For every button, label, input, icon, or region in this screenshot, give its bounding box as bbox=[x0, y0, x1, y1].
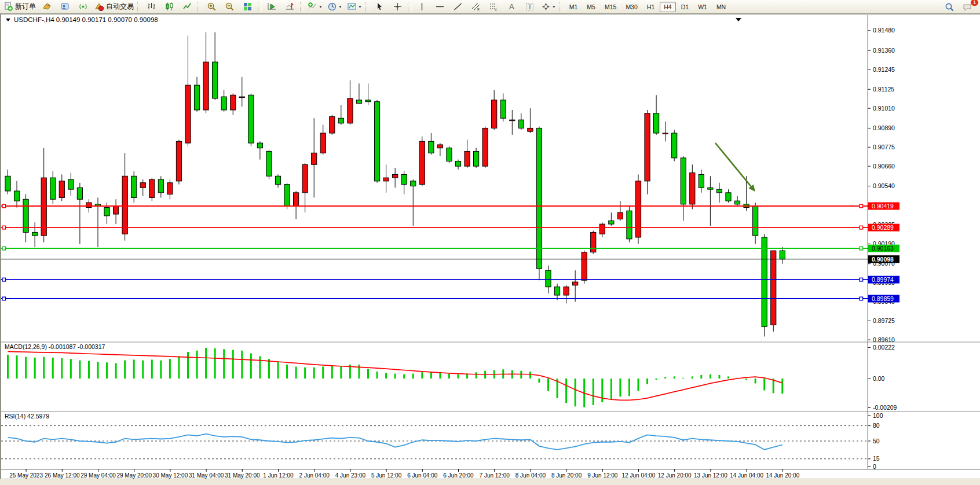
svg-text:F: F bbox=[495, 8, 498, 12]
macd-axis-label: -0.00209 bbox=[873, 404, 897, 411]
time-tick-label: 14 Jun 04:00 bbox=[730, 472, 763, 479]
crosshair-icon bbox=[393, 2, 403, 12]
line-handle-left[interactable] bbox=[2, 226, 6, 229]
trendline-tool[interactable] bbox=[449, 1, 466, 13]
candle bbox=[591, 231, 596, 254]
timeframe-toolbar: M1M5M15M30H1H4D1W1MN bbox=[565, 1, 730, 13]
time-tick-label: 2 Jun 04:00 bbox=[299, 472, 330, 479]
price-tick-label: 0.91010 bbox=[873, 105, 895, 112]
candle bbox=[771, 251, 776, 332]
gold-chart-button[interactable] bbox=[39, 1, 56, 13]
new-order-button[interactable]: 新订单 bbox=[2, 1, 38, 13]
time-tick-label: 25 May 2023 bbox=[9, 472, 43, 479]
price-tick-label: 0.91360 bbox=[873, 47, 895, 54]
auto-trading-button[interactable]: 自动交易 bbox=[93, 1, 136, 13]
hline-icon bbox=[435, 2, 445, 12]
candlestick-chart-button[interactable] bbox=[161, 1, 178, 13]
svg-text:0.89974: 0.89974 bbox=[872, 276, 894, 283]
time-tick-label: 9 Jun 12:00 bbox=[587, 472, 618, 479]
candle bbox=[582, 251, 587, 284]
bar-chart-button[interactable] bbox=[143, 1, 160, 13]
cursor-tool-button[interactable] bbox=[371, 1, 388, 13]
candle bbox=[419, 137, 425, 186]
price-tick-label: 0.91125 bbox=[873, 86, 894, 93]
channel-icon: E bbox=[471, 2, 481, 12]
arrows-tool[interactable]: ▼ bbox=[539, 1, 558, 13]
indicators-button[interactable]: ▼ bbox=[306, 1, 324, 13]
line-handle-right[interactable] bbox=[860, 247, 863, 250]
equidistant-channel-tool[interactable]: E bbox=[467, 1, 484, 13]
timeframe-h4[interactable]: H4 bbox=[660, 2, 675, 12]
periods-button[interactable]: ▼ bbox=[326, 1, 344, 13]
line-handle-left[interactable] bbox=[2, 204, 6, 208]
toolbar-separator bbox=[137, 2, 141, 12]
vertical-line-tool[interactable] bbox=[414, 1, 430, 13]
new-order-icon bbox=[3, 2, 13, 12]
timeframe-m5[interactable]: M5 bbox=[583, 2, 599, 12]
price-tick-label: 0.90775 bbox=[873, 144, 895, 150]
fibo-icon: F bbox=[489, 2, 499, 12]
bid-price-line-tag: 0.90098 bbox=[868, 255, 899, 263]
svg-text:T: T bbox=[528, 3, 532, 10]
chart-canvas[interactable]: 0.914800.913600.912450.911250.910100.908… bbox=[1, 14, 980, 485]
rsi-axis-label: 50 bbox=[873, 438, 880, 444]
price-tick-label: 0.89610 bbox=[873, 336, 895, 343]
templates-button[interactable]: ▼ bbox=[345, 1, 364, 13]
price-tick-label: 0.90540 bbox=[873, 182, 895, 189]
time-tick-label: 31 May 20:00 bbox=[225, 472, 260, 479]
search-button[interactable] bbox=[941, 1, 958, 13]
line-handle-right[interactable] bbox=[860, 297, 863, 300]
timeframe-h1[interactable]: H1 bbox=[643, 2, 659, 12]
new-order-button-label: 新订单 bbox=[15, 2, 36, 12]
svg-text:0.90098: 0.90098 bbox=[872, 256, 894, 263]
notifications-button[interactable]: 1 bbox=[959, 1, 976, 13]
fibonacci-tool[interactable]: F bbox=[485, 1, 502, 13]
price-tick-label: 0.90660 bbox=[873, 163, 895, 170]
zoom-out-button[interactable] bbox=[221, 1, 238, 13]
price-tick-label: 0.89725 bbox=[873, 317, 895, 324]
line-handle-left[interactable] bbox=[2, 297, 6, 300]
signals-button[interactable] bbox=[75, 1, 92, 13]
line-handle-right[interactable] bbox=[860, 278, 863, 281]
chart-window: 0.914800.913600.912450.911250.910100.908… bbox=[0, 14, 980, 485]
candle bbox=[447, 146, 452, 163]
line-handle-right[interactable] bbox=[860, 226, 863, 229]
time-tick-label: 14 Jun 20:00 bbox=[766, 472, 799, 479]
timeframe-m1[interactable]: M1 bbox=[565, 2, 582, 12]
crosshair-tool-button[interactable] bbox=[389, 1, 406, 13]
text-label-tool[interactable]: T bbox=[521, 1, 538, 13]
line-chart-button[interactable] bbox=[179, 1, 196, 13]
time-tick-label: 6 Jun 20:00 bbox=[443, 472, 474, 479]
autoscroll-icon bbox=[267, 2, 277, 12]
candle bbox=[635, 174, 641, 244]
zoomin-icon bbox=[207, 2, 217, 12]
auto-scroll-button[interactable] bbox=[264, 1, 280, 13]
zoom-in-button[interactable] bbox=[203, 1, 220, 13]
time-tick-label: 13 Jun 12:00 bbox=[694, 472, 727, 479]
time-tick-label: 26 May 12:00 bbox=[45, 472, 80, 479]
candle bbox=[374, 100, 379, 183]
line-handle-left[interactable] bbox=[2, 278, 6, 281]
timeframe-m15[interactable]: M15 bbox=[601, 2, 620, 12]
line-handle-right[interactable] bbox=[860, 204, 863, 208]
svg-text:A: A bbox=[509, 2, 514, 11]
svg-text:0.90289: 0.90289 bbox=[872, 224, 894, 231]
chart-shift-button[interactable] bbox=[281, 1, 298, 13]
time-tick-label: 6 Jun 04:00 bbox=[407, 472, 438, 479]
tile-windows-button[interactable] bbox=[239, 1, 256, 13]
macd-label: MACD(12,26,9) -0.001087 -0.000317 bbox=[5, 343, 105, 350]
horizontal-line-tool[interactable] bbox=[432, 1, 448, 13]
text-tool[interactable]: A bbox=[503, 1, 520, 13]
rsi-axis-label: 100 bbox=[873, 412, 883, 419]
candle bbox=[284, 183, 290, 210]
line-handle-left[interactable] bbox=[2, 247, 6, 250]
market-watch-button[interactable] bbox=[57, 1, 74, 13]
timeframe-mn[interactable]: MN bbox=[712, 2, 730, 12]
toolbar-separator bbox=[198, 2, 202, 12]
timeframe-m30[interactable]: M30 bbox=[621, 2, 641, 12]
market-icon bbox=[60, 2, 70, 12]
timeframe-d1[interactable]: D1 bbox=[677, 2, 693, 12]
timeframe-w1[interactable]: W1 bbox=[694, 2, 711, 12]
toolbar-separator bbox=[365, 2, 370, 12]
shift-icon bbox=[285, 2, 295, 12]
